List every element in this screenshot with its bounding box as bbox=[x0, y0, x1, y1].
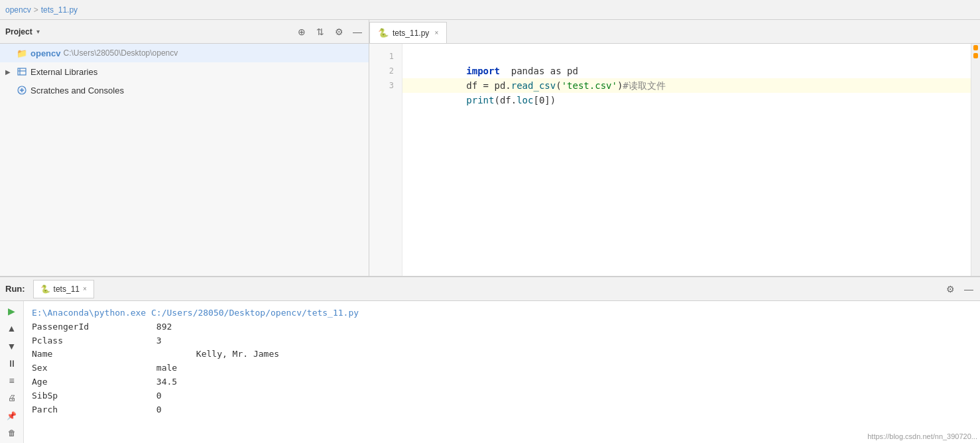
watermark: https://blog.csdn.net/nn_390720... bbox=[867, 432, 977, 440]
main-area: Project ▾ ⊕ ⇅ ⚙ — 📁 opencv C:\Users\2805… bbox=[0, 20, 980, 276]
tree-arrow-ext: ▶ bbox=[5, 68, 15, 76]
console-path-line: E:\Anaconda\python.exe C:/Users/28050/De… bbox=[32, 306, 972, 320]
console-row-passengerid: PassengerId 892 bbox=[32, 320, 972, 334]
bottom-panel: Run: 🐍 tets_11 × ⚙ — ▶ ▲ ▼ ⏸ ≡ 🖨 📌 🗑 bbox=[0, 276, 980, 443]
console-output: E:\Anaconda\python.exe C:/Users/28050/De… bbox=[24, 301, 980, 443]
console-value-passengerid: 892 bbox=[156, 322, 172, 332]
print-btn[interactable]: 🖨 bbox=[3, 391, 21, 405]
console-label-age: Age bbox=[32, 375, 111, 389]
console-row-sex: Sex male bbox=[32, 361, 972, 375]
line-num-3: 3 bbox=[369, 78, 402, 93]
sidebar-header: Project ▾ ⊕ ⇅ ⚙ — bbox=[0, 20, 369, 44]
console-value-sibsp: 0 bbox=[156, 391, 162, 401]
bottom-panel-icons: ⚙ — bbox=[944, 283, 975, 295]
console-label-name: Name bbox=[32, 348, 111, 361]
scroll-mark-2 bbox=[973, 53, 978, 58]
console-label-parch: Parch bbox=[32, 403, 111, 417]
format-btn[interactable]: ≡ bbox=[3, 373, 21, 388]
line-num-1: 1 bbox=[369, 49, 402, 64]
bottom-toolbar: ▶ ▲ ▼ ⏸ ≡ 🖨 📌 🗑 bbox=[0, 301, 24, 443]
sidebar-arrow[interactable]: ▾ bbox=[36, 28, 40, 35]
console-row-age: Age 34.5 bbox=[32, 375, 972, 389]
console-row-sibsp: SibSp 0 bbox=[32, 389, 972, 403]
code-line-1: import pandas as pd bbox=[402, 49, 971, 64]
pin-btn[interactable]: 📌 bbox=[3, 409, 21, 423]
console-value-age: 34.5 bbox=[156, 377, 177, 387]
console-value-name: Kelly, Mr. James bbox=[196, 349, 279, 359]
breadcrumb-sep: > bbox=[34, 5, 38, 15]
console-row-name: Name Kelly, Mr. James bbox=[32, 348, 972, 361]
bottom-tab-tets11[interactable]: 🐍 tets_11 × bbox=[33, 280, 94, 298]
editor-tab-tets11[interactable]: 🐍 tets_11.py × bbox=[369, 22, 447, 43]
svg-rect-0 bbox=[18, 68, 26, 75]
line-numbers: 1 2 3 bbox=[369, 44, 402, 276]
scratches-icon bbox=[16, 84, 28, 96]
scroll-up-btn[interactable]: ▲ bbox=[3, 321, 21, 336]
bottom-tab-label: tets_11 bbox=[54, 285, 80, 294]
console-label-sibsp: SibSp bbox=[32, 389, 111, 403]
tree-item-external-libraries[interactable]: ▶ External Libraries bbox=[0, 62, 369, 81]
breadcrumb-opencv[interactable]: opencv bbox=[5, 5, 31, 15]
tree-item-scratches[interactable]: Scratches and Consoles bbox=[0, 81, 369, 99]
scroll-down-btn[interactable]: ▼ bbox=[3, 339, 21, 353]
scroll-mark-1 bbox=[973, 45, 978, 50]
run-label: Run: bbox=[5, 284, 25, 294]
bottom-tab-close-btn[interactable]: × bbox=[83, 285, 87, 292]
tab-label: tets_11.py bbox=[393, 29, 429, 38]
bottom-panel-header: Run: 🐍 tets_11 × ⚙ — bbox=[0, 277, 980, 301]
console-value-sex: male bbox=[156, 363, 177, 373]
folder-icon-opencv: 📁 bbox=[16, 47, 28, 59]
tree-path-opencv: C:\Users\28050\Desktop\opencv bbox=[64, 48, 178, 58]
library-icon bbox=[16, 66, 28, 78]
console-label-pclass: Pclass bbox=[32, 334, 111, 348]
code-editor[interactable]: 1 2 3 import pandas as pd df = pd.read_c… bbox=[369, 44, 980, 276]
sidebar-header-icons: ⊕ ⇅ ⚙ — bbox=[296, 26, 363, 38]
code-content[interactable]: import pandas as pd df = pd.read_csv('te… bbox=[402, 44, 971, 276]
console-value-parch: 0 bbox=[156, 405, 162, 414]
bottom-panel-tabs: Run: 🐍 tets_11 × bbox=[5, 280, 94, 298]
top-bar: opencv > tets_11.py bbox=[0, 0, 980, 20]
line-num-2: 2 bbox=[369, 64, 402, 78]
tree-label-scratches: Scratches and Consoles bbox=[31, 86, 124, 95]
console-label-passengerid: PassengerId bbox=[32, 320, 111, 334]
run-btn[interactable]: ▶ bbox=[3, 304, 21, 318]
minimize-icon[interactable]: — bbox=[351, 26, 363, 38]
console-path: E:\Anaconda\python.exe C:/Users/28050/De… bbox=[32, 308, 359, 318]
sidebar-header-left: Project ▾ bbox=[5, 27, 40, 36]
bottom-minimize-icon[interactable]: — bbox=[963, 283, 975, 295]
editor-scrollbar[interactable] bbox=[971, 44, 980, 276]
console-label-sex: Sex bbox=[32, 361, 111, 375]
editor-tabs: 🐍 tets_11.py × bbox=[369, 20, 980, 44]
gear-icon[interactable]: ⚙ bbox=[333, 26, 345, 38]
breadcrumb-file[interactable]: tets_11.py bbox=[41, 5, 78, 15]
bottom-content: ▶ ▲ ▼ ⏸ ≡ 🖨 📌 🗑 E:\Anaconda\python.exe C… bbox=[0, 301, 980, 443]
tree-item-opencv[interactable]: 📁 opencv C:\Users\28050\Desktop\opencv bbox=[0, 44, 369, 62]
console-row-pclass: Pclass 3 bbox=[32, 334, 972, 348]
delete-btn[interactable]: 🗑 bbox=[3, 426, 21, 440]
add-icon[interactable]: ⊕ bbox=[296, 26, 308, 38]
tab-file-icon: 🐍 bbox=[378, 28, 389, 38]
breadcrumb: opencv > tets_11.py bbox=[5, 5, 78, 15]
editor-area: 🐍 tets_11.py × 1 2 3 import pandas as pd… bbox=[369, 20, 980, 276]
pause-btn[interactable]: ⏸ bbox=[3, 356, 21, 371]
bottom-gear-icon[interactable]: ⚙ bbox=[944, 283, 956, 295]
sidebar: Project ▾ ⊕ ⇅ ⚙ — 📁 opencv C:\Users\2805… bbox=[0, 20, 369, 276]
console-value-pclass: 3 bbox=[156, 336, 162, 346]
tree-label-ext: External Libraries bbox=[31, 67, 97, 77]
console-row-parch: Parch 0 bbox=[32, 403, 972, 417]
tree-label-opencv: opencv bbox=[31, 48, 61, 58]
sidebar-title: Project bbox=[5, 27, 32, 36]
swap-icon[interactable]: ⇅ bbox=[314, 26, 326, 38]
tab-close-btn[interactable]: × bbox=[434, 29, 438, 36]
bottom-tab-icon: 🐍 bbox=[40, 285, 50, 294]
